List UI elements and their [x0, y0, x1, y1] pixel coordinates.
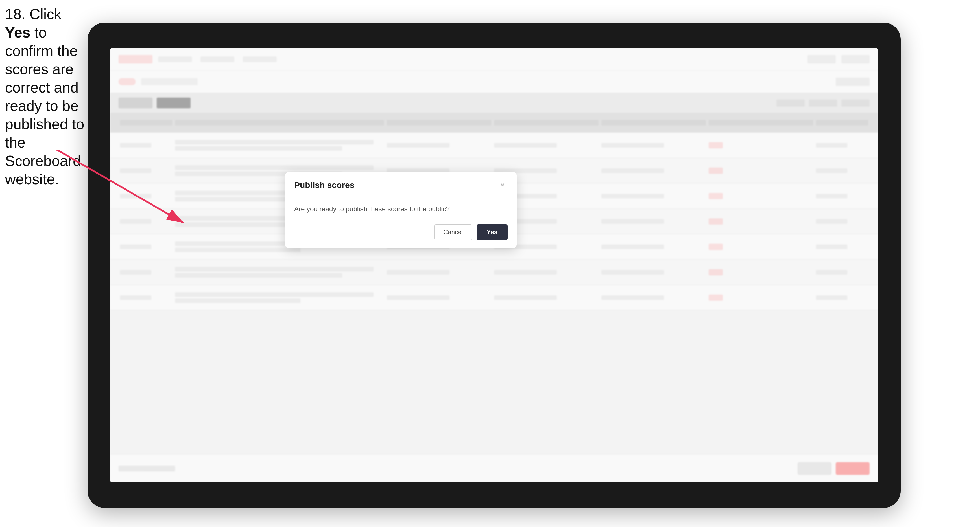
cell-score-3	[600, 219, 707, 224]
cell-rank	[119, 295, 173, 300]
col-3	[601, 120, 706, 125]
cell-rank	[119, 143, 173, 148]
cell-total	[815, 168, 870, 173]
cell-total	[815, 143, 870, 148]
cell-score-3	[600, 194, 707, 198]
dialog-header: Publish scores ×	[285, 172, 517, 196]
cell-score-3	[600, 244, 707, 249]
header-btn-1	[808, 55, 836, 63]
cell-total	[815, 270, 870, 275]
header-btn-2	[842, 55, 870, 63]
publish-scores-dialog: Publish scores × Are you ready to publis…	[285, 172, 517, 248]
col-total	[816, 120, 868, 125]
dialog-close-button[interactable]: ×	[498, 180, 508, 190]
cell-rank	[119, 194, 173, 198]
dialog-title: Publish scores	[294, 180, 354, 190]
cell-name	[173, 267, 385, 278]
footer-text	[119, 466, 175, 471]
header-logo	[119, 55, 153, 63]
cell-score-4	[707, 218, 815, 225]
yes-button[interactable]: Yes	[477, 224, 508, 240]
cell-score-1	[385, 295, 493, 300]
cell-name	[173, 292, 385, 303]
cell-score-4	[707, 168, 815, 174]
nav-item-2	[200, 56, 234, 62]
cell-score-4	[707, 295, 815, 301]
col-1	[387, 120, 491, 125]
toolbar-right-2	[809, 100, 837, 106]
header-right	[808, 55, 870, 63]
toolbar-right	[776, 100, 870, 106]
cell-score-4	[707, 269, 815, 275]
dialog-body: Are you ready to publish these scores to…	[285, 196, 517, 220]
cell-score-3	[600, 270, 707, 275]
cell-score-3	[600, 143, 707, 148]
cell-score-1	[385, 270, 493, 275]
app-toolbar	[110, 93, 878, 113]
tablet-screen: Publish scores × Are you ready to publis…	[110, 48, 878, 483]
table-header	[110, 113, 878, 133]
col-rank	[120, 120, 172, 125]
cell-score-4	[707, 193, 815, 199]
nav-item-1	[158, 56, 192, 62]
cell-score-4	[707, 244, 815, 250]
cell-score-3	[600, 168, 707, 173]
cell-score-4	[707, 142, 815, 148]
cell-score-2	[493, 270, 600, 275]
table-row	[110, 260, 878, 285]
footer-publish-btn	[836, 462, 870, 475]
toolbar-btn-1	[119, 98, 153, 108]
app-background	[110, 48, 878, 483]
app-footer	[110, 454, 878, 483]
footer-cancel-btn	[798, 462, 832, 475]
instruction-text: 18. Click Yes to confirm the scores are …	[5, 5, 87, 189]
dialog-message: Are you ready to publish these scores to…	[294, 204, 508, 214]
footer-actions	[798, 462, 870, 475]
table-row	[110, 133, 878, 158]
cell-rank	[119, 270, 173, 275]
cell-total	[815, 295, 870, 300]
sub-header-badge	[119, 78, 135, 85]
sub-header-right	[836, 78, 870, 86]
app-header	[110, 48, 878, 70]
cell-score-2	[493, 143, 600, 148]
toolbar-btn-active	[157, 98, 191, 108]
col-name	[175, 120, 384, 125]
cell-rank	[119, 219, 173, 224]
cell-total	[815, 194, 870, 198]
cell-total	[815, 219, 870, 224]
toolbar-right-1	[776, 100, 805, 106]
nav-item-3	[243, 56, 277, 62]
app-sub-header	[110, 70, 878, 93]
sub-header-title	[141, 78, 198, 85]
tablet-device: Publish scores × Are you ready to publis…	[88, 22, 900, 508]
table-row	[110, 285, 878, 310]
toolbar-spacer	[195, 98, 223, 108]
cell-score-1	[385, 143, 493, 148]
cell-rank	[119, 244, 173, 249]
dialog-footer: Cancel Yes	[285, 220, 517, 248]
cell-total	[815, 244, 870, 249]
toolbar-right-3	[842, 100, 870, 106]
cell-score-2	[493, 295, 600, 300]
cell-name	[173, 140, 385, 151]
header-nav	[158, 56, 277, 62]
cell-score-3	[600, 295, 707, 300]
cell-rank	[119, 168, 173, 173]
cancel-button[interactable]: Cancel	[434, 224, 472, 240]
col-2	[494, 120, 598, 125]
col-4	[709, 120, 813, 125]
